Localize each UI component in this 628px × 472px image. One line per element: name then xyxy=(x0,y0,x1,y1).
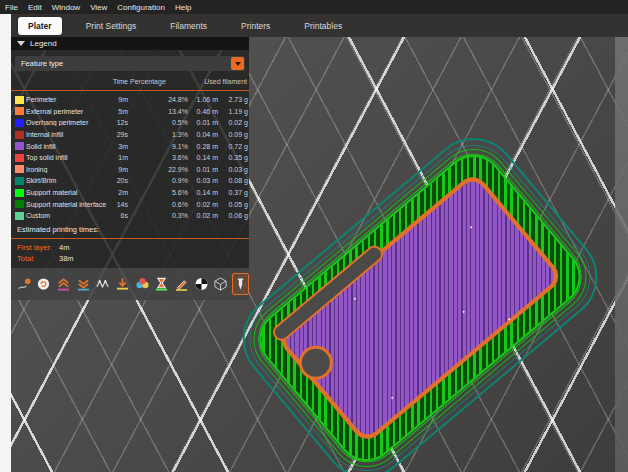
feature-percentage: 1.3% xyxy=(163,131,188,138)
feature-length: 1.06 m xyxy=(190,96,218,103)
center-of-gravity-icon[interactable] xyxy=(193,273,210,295)
feature-type-row[interactable]: Support material interface 14s 0.6% 0.02… xyxy=(11,198,249,210)
feature-length: 0.01 m xyxy=(190,119,218,126)
feature-percentage: 24.8% xyxy=(163,96,188,103)
feature-percentage: 5.6% xyxy=(163,189,188,196)
shells-icon[interactable] xyxy=(212,273,229,295)
legend-column-headers: Time Percentage Used filament xyxy=(11,75,249,88)
view-type-dropdown-button[interactable] xyxy=(231,57,244,70)
menu-item-configuration[interactable]: Configuration xyxy=(117,3,165,12)
tab-printables[interactable]: Printables xyxy=(294,17,352,35)
total-time-row: Total: 38m xyxy=(11,253,249,264)
pause-prints-icon[interactable] xyxy=(153,273,170,295)
first-layer-time-row: First layer: 4m xyxy=(11,242,249,253)
feature-length: 0.02 m xyxy=(190,212,218,219)
tool-marker-icon[interactable] xyxy=(232,273,249,295)
feature-label: Support material xyxy=(26,189,108,196)
feature-label: Top solid infill xyxy=(26,154,108,161)
view-type-select[interactable]: Feature type xyxy=(15,56,245,71)
seams-icon[interactable] xyxy=(95,273,112,295)
feature-color-swatch xyxy=(15,154,24,162)
feature-type-row[interactable]: Custom 6s 0.3% 0.02 m 0.06 g xyxy=(11,210,249,222)
menu-item-help[interactable]: Help xyxy=(175,3,191,12)
feature-type-row[interactable]: Skirt/Brim 20s 0.9% 0.03 m 0.08 g xyxy=(11,175,249,187)
feature-type-row[interactable]: External perimeter 5m 13.4% 0.46 m 1.19 … xyxy=(11,106,249,118)
tab-filaments[interactable]: Filaments xyxy=(160,17,217,35)
feature-weight: 1.19 g xyxy=(220,108,248,115)
menu-item-edit[interactable]: Edit xyxy=(28,3,42,12)
feature-time: 1m xyxy=(110,154,128,161)
first-layer-label: First layer: xyxy=(17,243,59,252)
feature-label: Ironing xyxy=(26,166,108,173)
legend-body: Feature type Time Percentage Used filame… xyxy=(11,50,249,268)
custom-gcodes-icon[interactable] xyxy=(173,273,190,295)
feature-time: 3m xyxy=(110,143,128,150)
feature-color-swatch xyxy=(15,177,24,185)
feature-type-row[interactable]: Perimeter 9m 24.8% 1.06 m 2.73 g xyxy=(11,94,249,106)
viewport-right-edge-highlight xyxy=(615,37,628,472)
deretractions-icon[interactable] xyxy=(75,273,92,295)
feature-color-swatch xyxy=(15,212,24,220)
wipe-icon[interactable] xyxy=(36,273,53,295)
feature-time: 6s xyxy=(110,212,128,219)
prusaslicer-window: File Edit Window View Configuration Help… xyxy=(0,0,628,472)
collapse-triangle-icon[interactable] xyxy=(17,41,25,46)
view-type-value: Feature type xyxy=(21,59,63,68)
feature-percentage: 13.4% xyxy=(163,108,188,115)
feature-type-row[interactable]: Solid infill 3m 9.1% 0.28 m 0.72 g xyxy=(11,140,249,152)
feature-label: Perimeter xyxy=(26,96,108,103)
feature-time: 14s xyxy=(110,201,128,208)
feature-label: Support material interface xyxy=(26,201,108,208)
orange-separator xyxy=(11,238,249,239)
feature-color-swatch xyxy=(15,189,24,197)
total-value: 38m xyxy=(59,254,74,263)
feature-color-swatch xyxy=(15,142,24,150)
feature-weight: 0.37 g xyxy=(220,189,248,196)
menu-item-window[interactable]: Window xyxy=(52,3,80,12)
feature-time: 29s xyxy=(110,131,128,138)
feature-percentage: 3.6% xyxy=(163,154,188,161)
retractions-icon[interactable] xyxy=(55,273,72,295)
total-label: Total: xyxy=(17,254,59,263)
feature-color-swatch xyxy=(15,119,24,127)
feature-length: 0.14 m xyxy=(190,189,218,196)
menu-item-file[interactable]: File xyxy=(5,3,18,12)
feature-label: Custom xyxy=(26,212,108,219)
feature-percentage: 0.9% xyxy=(163,177,188,184)
feature-time: 20s xyxy=(110,177,128,184)
feature-type-row[interactable]: Ironing 9m 22.9% 0.01 m 0.03 g xyxy=(11,164,249,176)
legend-panel: Legend Feature type Time Percentage Used… xyxy=(11,37,249,300)
feature-type-row[interactable]: Support material 2m 5.6% 0.14 m 0.37 g xyxy=(11,187,249,199)
feature-weight: 0.03 g xyxy=(220,166,248,173)
feature-time: 9m xyxy=(110,166,128,173)
feature-color-swatch xyxy=(15,96,24,104)
tab-print-settings[interactable]: Print Settings xyxy=(76,17,147,35)
feature-length: 0.01 m xyxy=(190,166,218,173)
col-time: Time xyxy=(110,78,128,85)
tab-printers[interactable]: Printers xyxy=(231,17,280,35)
color-changes-icon[interactable] xyxy=(134,273,151,295)
feature-type-row[interactable]: Top solid infill 1m 3.6% 0.14 m 0.35 g xyxy=(11,152,249,164)
tab-bar: Plater Print Settings Filaments Printers… xyxy=(0,14,628,37)
first-layer-value: 4m xyxy=(59,243,69,252)
feature-weight: 0.08 g xyxy=(220,177,248,184)
tab-plater[interactable]: Plater xyxy=(18,17,62,35)
feature-color-swatch xyxy=(15,107,24,115)
feature-length: 0.03 m xyxy=(190,177,218,184)
feature-type-row[interactable]: Overhang perimeter 12s 0.5% 0.01 m 0.02 … xyxy=(11,117,249,129)
legend-view-toolbar xyxy=(11,268,249,300)
feature-percentage: 9.1% xyxy=(163,143,188,150)
feature-time: 2m xyxy=(110,189,128,196)
feature-label: Skirt/Brim xyxy=(26,177,108,184)
legend-header[interactable]: Legend xyxy=(11,37,249,50)
feature-percentage: 22.9% xyxy=(163,166,188,173)
travel-icon[interactable] xyxy=(16,273,33,295)
menu-item-view[interactable]: View xyxy=(90,3,107,12)
feature-type-row[interactable]: Internal infill 29s 1.3% 0.04 m 0.09 g xyxy=(11,129,249,141)
col-percentage: Percentage xyxy=(130,78,188,85)
feature-percentage: 0.5% xyxy=(163,119,188,126)
tool-changes-icon[interactable] xyxy=(114,273,131,295)
feature-label: Internal infill xyxy=(26,131,108,138)
feature-weight: 0.05 g xyxy=(220,201,248,208)
legend-title: Legend xyxy=(30,39,57,48)
